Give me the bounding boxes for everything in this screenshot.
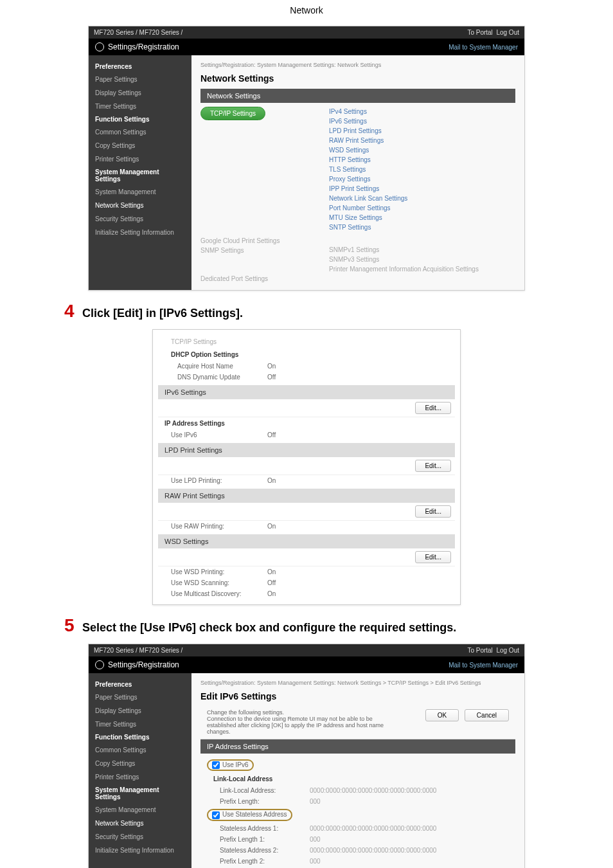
linklocal-prefix-label: Prefix Length: — [207, 798, 310, 805]
logout-link-3[interactable]: Log Out — [496, 647, 519, 654]
page-title: Network Settings — [200, 73, 515, 84]
wsdprint-value: On — [267, 568, 449, 575]
snmp-link[interactable]: SNMP Settings — [200, 246, 303, 255]
wsdprint-label: Use WSD Printing: — [164, 568, 267, 575]
settings-registration-label: Settings/Registration — [108, 42, 179, 51]
proxy-link[interactable]: Proxy Settings — [316, 174, 515, 184]
sidebar-network[interactable]: Network Settings — [89, 199, 191, 212]
sidebar-copy[interactable]: Copy Settings — [89, 139, 191, 152]
sidebar-timer[interactable]: Timer Settings — [89, 100, 191, 113]
sa1-value: 0000:0000:0000:0000:0000:0000:0000:0000 — [310, 825, 509, 832]
regbar-3: Settings/Registration Mail to System Man… — [89, 656, 524, 673]
logout-link[interactable]: Log Out — [496, 29, 519, 36]
ipv6-edit-panel: TCP/IP Settings DHCP Option Settings Acq… — [152, 329, 461, 605]
to-portal-link-3[interactable]: To Portal — [467, 647, 492, 654]
sidebar-common[interactable]: Common Settings — [89, 125, 191, 139]
portnum-link[interactable]: Port Number Settings — [316, 203, 515, 213]
pl1-value: 000 — [310, 836, 509, 843]
sidebar-sysmgmtitem[interactable]: System Management — [89, 185, 191, 199]
uselpd-value: On — [267, 477, 449, 484]
sidebar-function-3: Function Settings — [89, 731, 191, 743]
raw-section-header: RAW Print Settings — [158, 489, 455, 503]
linklocal-prefix-value: 000 — [310, 798, 509, 805]
sidebar-common-3[interactable]: Common Settings — [89, 743, 191, 757]
page-header: Network — [0, 0, 613, 21]
dedport-link[interactable]: Dedicated Port Settings — [200, 274, 515, 284]
pl2-label: Prefix Length 2: — [207, 858, 310, 865]
dnsdyn-label: DNS Dynamic Update — [164, 374, 267, 381]
sidebar-security[interactable]: Security Settings — [89, 212, 191, 226]
sa2-label: Stateless Address 2: — [207, 847, 310, 854]
dhcp-header: DHCP Option Settings — [158, 348, 455, 361]
sidebar-timer-3[interactable]: Timer Settings — [89, 718, 191, 731]
pl1-label: Prefix Length 1: — [207, 836, 310, 843]
linklocal-addr-value: 0000:0000:0000:0000:0000:0000:0000:0000 — [310, 787, 509, 794]
ipv4-link[interactable]: IPv4 Settings — [316, 107, 515, 116]
sidebar-paper[interactable]: Paper Settings — [89, 73, 191, 86]
pl2-value: 000 — [310, 858, 509, 865]
sidebar-display[interactable]: Display Settings — [89, 86, 191, 100]
ipp-link[interactable]: IPP Print Settings — [316, 184, 515, 194]
useraw-value: On — [267, 523, 449, 530]
wsdscan-label: Use WSD Scanning: — [164, 579, 267, 586]
edit-ipv6-panel: MF720 Series / MF720 Series / To Portal … — [88, 644, 525, 868]
ipv6-link[interactable]: IPv6 Settings — [316, 116, 515, 126]
mail-to-sysmgr-link-3[interactable]: Mail to System Manager — [449, 662, 518, 669]
breadcrumb-3: Settings/Registration: System Management… — [200, 680, 515, 686]
sidebar-preferences: Preferences — [89, 60, 191, 73]
ok-button[interactable]: OK — [425, 709, 459, 721]
linklocal-header: Link-Local Address — [200, 773, 515, 785]
ipv6-edit-button[interactable]: Edit... — [415, 402, 451, 414]
wsd-edit-button[interactable]: Edit... — [415, 551, 451, 563]
topbar-3: MF720 Series / MF720 Series / To Portal … — [89, 644, 524, 656]
step-4: 4 Click [Edit] in [IPv6 Settings]. — [64, 301, 549, 321]
sidebar-sysmgmt-3: System Management Settings — [89, 784, 191, 803]
sidebar-sysmgmtitem-3[interactable]: System Management — [89, 803, 191, 817]
sidebar-copy-3[interactable]: Copy Settings — [89, 757, 191, 770]
snmpv3-link[interactable]: SNMPv3 Settings — [316, 255, 515, 264]
tcpip-settings-button[interactable]: TCP/IP Settings — [200, 107, 265, 120]
sidebar-network-3[interactable]: Network Settings — [89, 817, 191, 830]
raw-edit-button[interactable]: Edit... — [415, 505, 451, 518]
sidebar-display-3[interactable]: Display Settings — [89, 704, 191, 718]
http-link[interactable]: HTTP Settings — [316, 155, 515, 165]
use-stateless-checkbox[interactable] — [212, 811, 220, 819]
to-portal-link[interactable]: To Portal — [467, 29, 492, 36]
sa1-label: Stateless Address 1: — [207, 825, 310, 832]
use-ipv6-checkbox[interactable] — [212, 761, 220, 769]
wsd-link[interactable]: WSD Settings — [316, 145, 515, 155]
mtu-link[interactable]: MTU Size Settings — [316, 213, 515, 222]
sidebar-init[interactable]: Initialize Setting Information — [89, 226, 191, 239]
mail-to-sysmgr-link[interactable]: Mail to System Manager — [449, 44, 518, 51]
sidebar-printer-3[interactable]: Printer Settings — [89, 770, 191, 784]
lpd-link[interactable]: LPD Print Settings — [316, 126, 515, 136]
sidebar-printer[interactable]: Printer Settings — [89, 152, 191, 166]
raw-link[interactable]: RAW Print Settings — [316, 136, 515, 145]
breadcrumb: Settings/Registration: System Management… — [200, 62, 515, 68]
note2: Connection to the device using Remote UI… — [207, 716, 388, 735]
network-settings-panel: MF720 Series / MF720 Series / To Portal … — [88, 26, 525, 291]
google-cloud-link[interactable]: Google Cloud Print Settings — [200, 236, 303, 246]
netlink-link[interactable]: Network Link Scan Settings — [316, 194, 515, 203]
sidebar-paper-3[interactable]: Paper Settings — [89, 691, 191, 704]
step-4-text: Click [Edit] in [IPv6 Settings]. — [82, 307, 243, 320]
network-settings-section: Network Settings — [200, 89, 515, 103]
snmpv1-link[interactable]: SNMPv1 Settings — [316, 245, 515, 255]
cancel-button[interactable]: Cancel — [465, 709, 509, 721]
lpd-edit-button[interactable]: Edit... — [415, 460, 451, 472]
ipaddr-header: IP Address Settings — [158, 417, 455, 429]
model-label: MF720 Series / MF720 Series / — [94, 29, 182, 36]
sidebar-init-3[interactable]: Initialize Setting Information — [89, 844, 191, 857]
sidebar-3: Preferences Paper Settings Display Setti… — [89, 673, 191, 868]
step-5-number: 5 — [64, 615, 75, 636]
tls-link[interactable]: TLS Settings — [316, 165, 515, 174]
ipaddr-section-3: IP Address Settings — [200, 739, 515, 754]
acquire-value: On — [267, 363, 449, 370]
acquire-label: Acquire Host Name — [164, 363, 267, 370]
sa2-value: 0000:0000:0000:0000:0000:0000:0000:0000 — [310, 847, 509, 854]
useraw-label: Use RAW Printing: — [164, 523, 267, 530]
sidebar-security-3[interactable]: Security Settings — [89, 830, 191, 844]
pminfo-link[interactable]: Printer Management Information Acquisiti… — [316, 264, 515, 274]
sntp-link[interactable]: SNTP Settings — [316, 222, 515, 232]
useipv6-value: Off — [267, 431, 449, 439]
